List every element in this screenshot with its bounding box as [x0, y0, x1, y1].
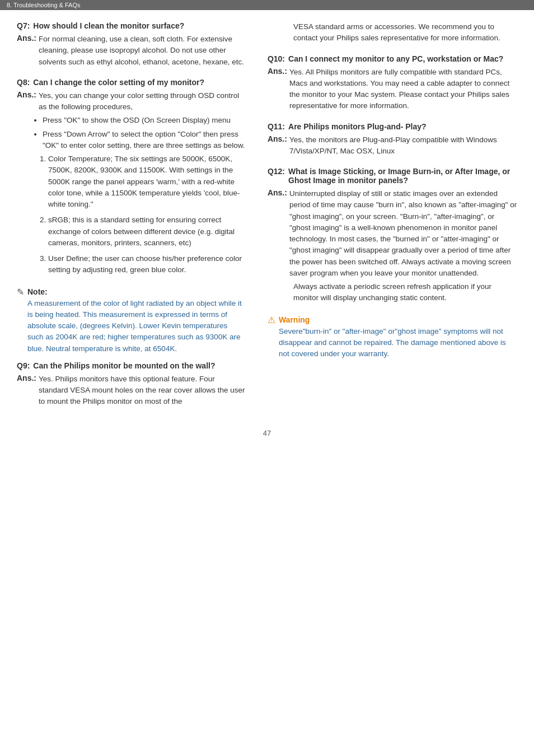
q10-ans-label: Ans.: [268, 67, 287, 112]
q8-bullet-list: Press "OK" to show the OSD (On Screen Di… [43, 115, 245, 151]
q12-question-line: Q12: What is Image Sticking, or Image Bu… [268, 167, 517, 185]
two-column-layout: Q7: How should I clean the monitor surfa… [0, 21, 534, 418]
q10-answer: Yes. All Philips monitors are fully comp… [289, 67, 517, 112]
warning-content: Warning Severe"burn-in" or "after-image"… [279, 314, 517, 360]
warning-text: Severe"burn-in" or "after-image" or"ghos… [279, 326, 517, 360]
page-number: 47 [0, 429, 534, 449]
q11-question: Are Philips monitors Plug-and- Play? [288, 122, 427, 131]
note-text: A measurement of the color of light radi… [27, 298, 245, 354]
q10-question-line: Q10: Can I connect my monitor to any PC,… [268, 54, 517, 63]
note-icon: ✎ [17, 287, 24, 354]
q7-question-line: Q7: How should I clean the monitor surfa… [17, 21, 245, 30]
q7-ans-label: Ans.: [17, 34, 36, 68]
q11-ans-label: Ans.: [268, 134, 287, 157]
q7-answer: For normal cleaning, use a clean, soft c… [39, 34, 245, 68]
q8-label: Q8: [17, 78, 30, 87]
right-column: VESA standard arms or accessories. We re… [256, 21, 534, 418]
q12-block: Q12: What is Image Sticking, or Image Bu… [268, 167, 517, 304]
q8-answer-intro: Yes, you can change your color setting t… [39, 90, 245, 113]
q9-answer-line: Ans.: Yes. Philips monitors have this op… [17, 374, 245, 408]
q9-question: Can the Philips monitor be mounted on th… [33, 361, 215, 370]
q7-answer-line: Ans.: For normal cleaning, use a clean, … [17, 34, 245, 68]
q7-label: Q7: [17, 21, 30, 30]
q11-block: Q11: Are Philips monitors Plug-and- Play… [268, 122, 517, 157]
q9-question-line: Q9: Can the Philips monitor be mounted o… [17, 361, 245, 370]
left-column: Q7: How should I clean the monitor surfa… [0, 21, 256, 418]
q11-answer-line: Ans.: Yes, the monitors are Plug-and-Pla… [268, 134, 517, 157]
q8-num-2: sRGB; this is a standard setting for ens… [48, 214, 245, 249]
q12-answer2: Always activate a periodic screen refres… [293, 281, 517, 304]
note-content: Note: A measurement of the color of ligh… [27, 286, 245, 354]
q9-cont-text: VESA standard arms or accessories. We re… [293, 21, 517, 44]
q11-label: Q11: [268, 122, 285, 131]
q12-ans-label: Ans.: [268, 188, 287, 279]
q12-question: What is Image Sticking, or Image Burn-in… [288, 167, 517, 185]
q10-block: Q10: Can I connect my monitor to any PC,… [268, 54, 517, 112]
note-block: ✎ Note: A measurement of the color of li… [17, 286, 245, 354]
q8-block: Q8: Can I change the color setting of my… [17, 78, 245, 276]
q10-question: Can I connect my monitor to any PC, work… [288, 54, 503, 63]
header-bar: 8. Troubleshooting & FAQs [0, 0, 534, 10]
q8-bullet-2: Press "Down Arrow" to select the option … [43, 129, 245, 152]
q12-answer1: Uninterrupted display of still or static… [289, 188, 517, 279]
q7-block: Q7: How should I clean the monitor surfa… [17, 21, 245, 68]
q8-ans-label: Ans.: [17, 90, 36, 113]
q9-block: Q9: Can the Philips monitor be mounted o… [17, 361, 245, 408]
q11-question-line: Q11: Are Philips monitors Plug-and- Play… [268, 122, 517, 131]
q10-answer-line: Ans.: Yes. All Philips monitors are full… [268, 67, 517, 112]
warning-title: Warning [279, 314, 517, 326]
q12-answer-line: Ans.: Uninterrupted display of still or … [268, 188, 517, 279]
q9-answer: Yes. Philips monitors have this optional… [39, 374, 245, 408]
warning-icon: ⚠ [268, 315, 275, 360]
q9-label: Q9: [17, 361, 30, 370]
q8-num-3: User Define; the user can choose his/her… [48, 253, 245, 276]
q8-numbered-list: Color Temperature; The six settings are … [48, 153, 245, 276]
q8-num-1: Color Temperature; The six settings are … [48, 153, 245, 210]
q8-question-line: Q8: Can I change the color setting of my… [17, 78, 245, 87]
q9-ans-label: Ans.: [17, 374, 36, 408]
q8-question: Can I change the color setting of my mon… [33, 78, 204, 87]
q10-label: Q10: [268, 54, 285, 63]
q12-label: Q12: [268, 167, 285, 185]
warning-block: ⚠ Warning Severe"burn-in" or "after-imag… [268, 314, 517, 360]
page: 8. Troubleshooting & FAQs Q7: How should… [0, 0, 534, 756]
q9-cont-block: VESA standard arms or accessories. We re… [268, 21, 517, 44]
note-title: Note: [27, 286, 245, 298]
q8-answer-intro-line: Ans.: Yes, you can change your color set… [17, 90, 245, 113]
header-label: 8. Troubleshooting & FAQs [7, 2, 80, 8]
q11-answer: Yes, the monitors are Plug-and-Play comp… [289, 134, 517, 157]
q8-bullet-1: Press "OK" to show the OSD (On Screen Di… [43, 115, 245, 126]
q7-question: How should I clean the monitor surface? [33, 21, 184, 30]
